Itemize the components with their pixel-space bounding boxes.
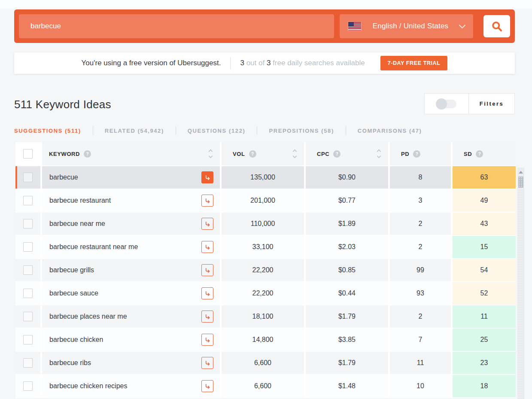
row-checkbox-cell [15, 329, 40, 351]
cpc-value: $0.44 [306, 282, 388, 305]
table-row: barbecue 135,000 $0.90 8 63 [15, 166, 516, 189]
row-checkbox-cell [15, 236, 40, 258]
filters-toggle[interactable] [437, 100, 456, 108]
expand-keyword-button[interactable] [201, 357, 213, 369]
cpc-sort-control[interactable] [377, 150, 380, 158]
vol-header-cell: VOL ? [222, 142, 304, 165]
cpc-value: $0.77 [306, 189, 388, 212]
row-checkbox[interactable] [23, 173, 33, 182]
keyword-cell: barbecue ribs [42, 352, 220, 374]
free-version-message: You're using a free version of Ubersugge… [82, 59, 221, 67]
pd-column-label: PD [401, 151, 409, 157]
pd-value: 93 [390, 282, 451, 305]
vol-sort-control[interactable] [293, 150, 296, 158]
filters-box: Filters [424, 93, 515, 114]
sd-header-cell: SD ? [453, 142, 516, 165]
vol-column-label: VOL [233, 151, 245, 157]
expand-keyword-button[interactable] [201, 218, 213, 230]
sd-value: 43 [453, 213, 516, 235]
expand-keyword-button[interactable] [201, 380, 213, 392]
sd-help-icon[interactable]: ? [476, 150, 483, 158]
banner-divider [230, 57, 231, 69]
pd-value: 99 [390, 259, 451, 281]
pd-help-icon[interactable]: ? [413, 150, 420, 158]
sort-asc-icon [209, 149, 213, 154]
filters-button[interactable]: Filters [469, 94, 514, 114]
vol-help-icon[interactable]: ? [249, 150, 256, 158]
tab-suggestions[interactable]: SUGGESTIONS (511) [14, 128, 93, 134]
keyword-text: barbecue restaurant [42, 197, 111, 204]
row-checkbox[interactable] [23, 242, 33, 252]
pd-value: 2 [390, 305, 451, 328]
volume-value: 18,100 [222, 305, 304, 328]
row-checkbox[interactable] [23, 196, 33, 205]
row-checkbox[interactable] [23, 335, 33, 344]
select-all-checkbox[interactable] [23, 149, 33, 158]
keyword-text: barbecue [42, 174, 78, 181]
cpc-value: $1.89 [306, 213, 388, 235]
keyword-help-icon[interactable]: ? [84, 150, 91, 158]
arrow-branch-icon [204, 337, 211, 343]
scrollbar-thumb[interactable] [518, 177, 523, 188]
tab-prepositions[interactable]: PREPOSITIONS (58) [257, 128, 345, 134]
tab-related[interactable]: RELATED (54,942) [93, 128, 176, 134]
pd-value: 7 [390, 329, 451, 351]
cpc-value: $0.90 [306, 166, 388, 189]
keyword-text: barbecue chicken [42, 336, 103, 344]
table-row: barbecue places near me 18,100 $1.79 2 1… [15, 305, 516, 328]
sort-desc-icon [209, 154, 213, 158]
keyword-table: KEYWORD ? VOL ? CPC ? PD ? SD ? barbec [15, 142, 516, 398]
row-checkbox[interactable] [23, 219, 33, 228]
expand-keyword-button[interactable] [201, 241, 213, 253]
tab-questions[interactable]: QUESTIONS (122) [176, 128, 257, 134]
keyword-text: barbecue chicken recipes [42, 382, 127, 390]
expand-keyword-button[interactable] [201, 195, 213, 207]
volume-value: 6,600 [222, 375, 304, 397]
keyword-header-cell: KEYWORD ? [42, 142, 220, 165]
sort-desc-icon [377, 154, 381, 158]
cpc-value: $2.03 [306, 236, 388, 258]
pd-value: 2 [390, 236, 451, 258]
keyword-search-input[interactable] [19, 14, 334, 38]
table-row: barbecue near me 110,000 $1.89 2 43 [15, 213, 516, 235]
sd-value: 49 [453, 189, 516, 212]
expand-keyword-button[interactable] [201, 311, 213, 323]
row-checkbox[interactable] [23, 289, 33, 298]
expand-keyword-button[interactable] [201, 171, 213, 183]
cpc-value: $1.79 [306, 352, 388, 374]
volume-value: 110,000 [222, 213, 304, 235]
expand-keyword-button[interactable] [201, 264, 213, 276]
arrow-branch-icon [204, 244, 211, 250]
row-checkbox[interactable] [23, 381, 33, 391]
tab-comparisons[interactable]: COMPARISONS (47) [346, 128, 434, 134]
searches-total: 3 [267, 59, 271, 67]
keyword-text: barbecue grills [42, 266, 94, 274]
row-checkbox[interactable] [23, 265, 33, 275]
cpc-help-icon[interactable]: ? [333, 150, 340, 158]
arrow-branch-icon [204, 383, 211, 390]
row-checkbox-cell [15, 352, 40, 374]
row-checkbox[interactable] [23, 358, 33, 368]
language-select[interactable]: English / United States [340, 14, 473, 38]
free-trial-button[interactable]: 7-DAY FREE TRIAL [380, 56, 448, 70]
keyword-text: barbecue restaurant near me [42, 243, 138, 251]
volume-value: 201,000 [222, 189, 304, 212]
quota-of-text: out of [246, 59, 265, 67]
table-row: barbecue restaurant 201,000 $0.77 3 49 [15, 189, 516, 212]
scroll-up-arrow-icon[interactable] [519, 171, 523, 174]
table-scrollbar[interactable] [517, 168, 524, 399]
table-row: barbecue chicken recipes 6,600 $1.48 10 … [15, 375, 516, 397]
expand-keyword-button[interactable] [201, 334, 213, 346]
row-checkbox[interactable] [23, 312, 33, 321]
page-title: 511 Keyword Ideas [14, 98, 111, 111]
sd-value: 52 [453, 282, 516, 305]
keyword-cell: barbecue chicken recipes [42, 375, 220, 397]
volume-value: 33,100 [222, 236, 304, 258]
keyword-cell: barbecue [42, 166, 220, 189]
arrow-branch-icon [204, 314, 211, 320]
sd-value: 11 [453, 305, 516, 328]
keyword-sort-control[interactable] [209, 150, 212, 158]
toggle-knob[interactable] [436, 98, 447, 110]
search-button[interactable] [483, 15, 510, 37]
expand-keyword-button[interactable] [201, 287, 213, 299]
